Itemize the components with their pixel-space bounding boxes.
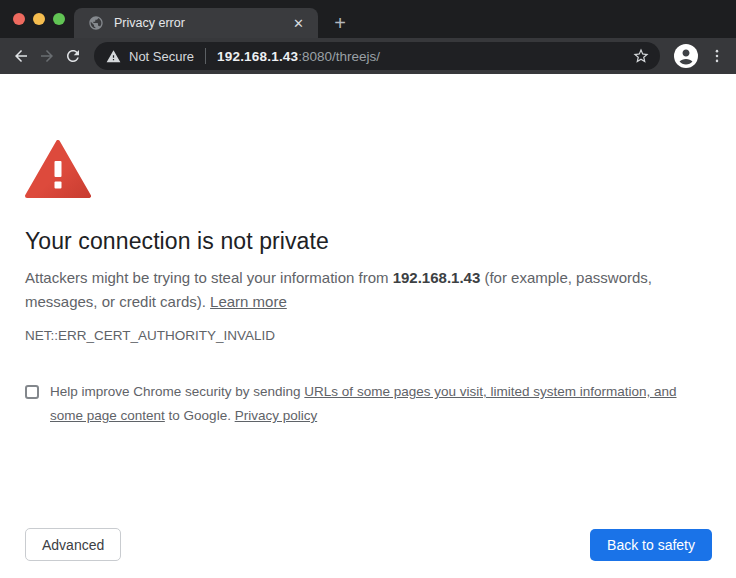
description-text: Attackers might be trying to steal your … xyxy=(25,269,393,286)
advanced-button[interactable]: Advanced xyxy=(25,528,121,561)
address-bar[interactable]: Not Secure 192.168.1.43:8080/threejs/ xyxy=(94,42,660,70)
omnibox-divider xyxy=(205,48,206,64)
browser-toolbar: Not Secure 192.168.1.43:8080/threejs/ xyxy=(0,38,736,74)
forward-button[interactable] xyxy=(34,42,60,70)
browser-tab-privacy-error[interactable]: Privacy error ✕ xyxy=(74,8,318,38)
learn-more-link[interactable]: Learn more xyxy=(210,293,287,310)
forward-arrow-icon xyxy=(38,47,56,65)
affected-host: 192.168.1.43 xyxy=(393,269,481,286)
person-icon xyxy=(674,44,698,68)
back-arrow-icon xyxy=(12,47,30,65)
security-chip-label[interactable]: Not Secure xyxy=(129,49,194,64)
action-buttons-row: Advanced Back to safety xyxy=(25,528,712,561)
star-outline-icon xyxy=(632,47,650,65)
safety-report-row: Help improve Chrome security by sending … xyxy=(25,380,692,428)
tab-strip: Privacy error ✕ + xyxy=(0,0,736,38)
macos-zoom-button[interactable] xyxy=(53,13,65,25)
back-to-safety-button[interactable]: Back to safety xyxy=(590,529,712,561)
error-code: NET::ERR_CERT_AUTHORITY_INVALID xyxy=(25,327,275,345)
url-origin: 192.168.1.43 xyxy=(217,49,298,64)
url-text: 192.168.1.43:8080/threejs/ xyxy=(217,49,380,64)
ssl-error-page: Your connection is not private Attackers… xyxy=(0,74,736,578)
ssl-warning-triangle-icon xyxy=(25,140,91,202)
globe-favicon-icon xyxy=(88,15,104,31)
tab-close-button[interactable]: ✕ xyxy=(291,15,306,32)
profile-avatar-button[interactable] xyxy=(674,44,698,68)
new-tab-button[interactable]: + xyxy=(327,10,353,36)
bookmark-star-button[interactable] xyxy=(632,47,650,65)
reload-icon xyxy=(64,47,82,65)
page-title: Your connection is not private xyxy=(25,226,329,256)
url-path: :8080/threejs/ xyxy=(298,49,380,64)
macos-close-button[interactable] xyxy=(13,13,25,25)
tab-title: Privacy error xyxy=(114,16,291,30)
macos-minimize-button[interactable] xyxy=(33,13,45,25)
report-checkbox[interactable] xyxy=(25,385,39,399)
report-label: Help improve Chrome security by sending … xyxy=(50,380,692,428)
chrome-menu-button[interactable] xyxy=(706,45,728,67)
macos-traffic-lights xyxy=(13,13,65,25)
error-description: Attackers might be trying to steal your … xyxy=(25,266,709,314)
not-secure-warning-icon xyxy=(106,49,121,64)
back-button[interactable] xyxy=(8,42,34,70)
reload-button[interactable] xyxy=(60,42,86,70)
three-dot-menu-icon xyxy=(708,47,726,65)
report-text: Help improve Chrome security by sending xyxy=(50,384,304,399)
privacy-policy-link[interactable]: Privacy policy xyxy=(235,408,318,423)
report-text-2: to Google. xyxy=(165,408,235,423)
